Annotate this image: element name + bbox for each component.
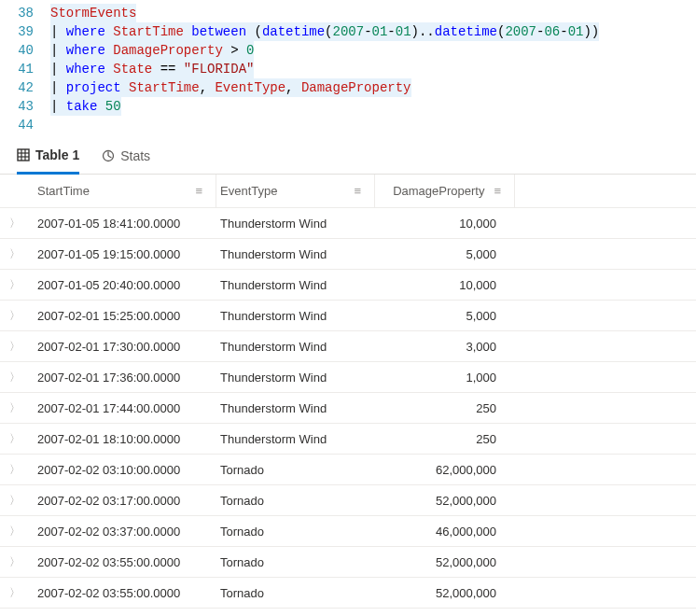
cell-starttime: 2007-01-05 18:41:00.0000 (30, 217, 216, 231)
table-row[interactable]: 〉2007-01-05 18:41:00.0000Thunderstorm Wi… (0, 208, 696, 239)
code-line[interactable]: 42| project StartTime, EventType, Damage… (0, 78, 696, 97)
cell-damageproperty: 250 (375, 401, 515, 415)
chevron-right-icon: 〉 (9, 277, 21, 293)
grid-header-row: StartTime ≡ EventType ≡ DamageProperty ≡ (0, 175, 696, 208)
expand-row-button[interactable]: 〉 (0, 277, 30, 293)
column-header-label: DamageProperty (393, 184, 484, 198)
expand-row-button[interactable]: 〉 (0, 400, 30, 416)
table-row[interactable]: 〉2007-01-05 19:15:00.0000Thunderstorm Wi… (0, 239, 696, 270)
cell-eventtype: Tornado (216, 525, 375, 539)
svg-rect-0 (18, 149, 29, 161)
cell-eventtype: Tornado (216, 463, 375, 477)
table-row[interactable]: 〉2007-02-01 15:25:00.0000Thunderstorm Wi… (0, 301, 696, 331)
tab-stats[interactable]: Stats (102, 147, 150, 174)
table-row[interactable]: 〉2007-02-01 17:30:00.0000Thunderstorm Wi… (0, 331, 696, 362)
cell-eventtype: Thunderstorm Wind (216, 217, 375, 231)
expand-row-button[interactable]: 〉 (0, 246, 30, 262)
expand-row-button[interactable]: 〉 (0, 585, 30, 601)
tab-stats-label: Stats (120, 148, 150, 163)
cell-eventtype: Thunderstorm Wind (216, 371, 375, 385)
code-content[interactable]: | take 50 (50, 97, 121, 116)
expand-row-button[interactable]: 〉 (0, 216, 30, 231)
column-menu-icon[interactable]: ≡ (494, 184, 501, 198)
code-content[interactable]: | project StartTime, EventType, DamagePr… (50, 78, 411, 97)
query-editor[interactable]: 38StormEvents39| where StartTime between… (0, 0, 696, 138)
code-line[interactable]: 38StormEvents (0, 4, 696, 22)
chevron-right-icon: 〉 (9, 216, 21, 231)
chevron-right-icon: 〉 (9, 308, 21, 324)
code-content[interactable]: StormEvents (50, 4, 136, 22)
code-line[interactable]: 40| where DamageProperty > 0 (0, 41, 696, 60)
line-number: 43 (0, 97, 50, 116)
tab-table-label: Table 1 (35, 147, 79, 162)
table-row[interactable]: 〉2007-02-02 03:37:00.0000Tornado46,000,0… (0, 516, 696, 547)
table-row[interactable]: 〉2007-01-05 20:40:00.0000Thunderstorm Wi… (0, 270, 696, 301)
column-menu-icon[interactable]: ≡ (195, 184, 202, 198)
cell-damageproperty: 52,000,000 (375, 586, 515, 600)
cell-eventtype: Thunderstorm Wind (216, 432, 375, 446)
chevron-right-icon: 〉 (9, 246, 21, 262)
code-line[interactable]: 39| where StartTime between (datetime(20… (0, 22, 696, 41)
table-row[interactable]: 〉2007-02-01 17:36:00.0000Thunderstorm Wi… (0, 362, 696, 393)
expand-row-button[interactable]: 〉 (0, 493, 30, 509)
cell-damageproperty: 1,000 (375, 371, 515, 385)
line-number: 42 (0, 78, 50, 97)
cell-starttime: 2007-02-01 17:36:00.0000 (30, 371, 216, 385)
table-row[interactable]: 〉2007-02-02 03:17:00.0000Tornado52,000,0… (0, 485, 696, 516)
expand-row-button[interactable]: 〉 (0, 524, 30, 539)
cell-starttime: 2007-02-01 18:10:00.0000 (30, 432, 216, 446)
table-row[interactable]: 〉2007-02-01 18:10:00.0000Thunderstorm Wi… (0, 424, 696, 455)
cell-starttime: 2007-02-02 03:55:00.0000 (30, 555, 216, 569)
cell-damageproperty: 10,000 (375, 278, 515, 292)
column-header-damageproperty[interactable]: DamageProperty ≡ (375, 175, 515, 207)
code-content[interactable]: | where StartTime between (datetime(2007… (50, 22, 599, 41)
cell-eventtype: Thunderstorm Wind (216, 278, 375, 292)
column-menu-icon[interactable]: ≡ (354, 184, 361, 198)
column-header-starttime[interactable]: StartTime ≡ (30, 175, 216, 207)
expand-row-button[interactable]: 〉 (0, 431, 30, 447)
code-content[interactable]: | where State == "FLORIDA" (50, 60, 254, 78)
chevron-right-icon: 〉 (9, 370, 21, 385)
cell-starttime: 2007-02-01 17:44:00.0000 (30, 401, 216, 415)
code-line[interactable]: 43| take 50 (0, 97, 696, 116)
chevron-right-icon: 〉 (9, 462, 21, 478)
cell-eventtype: Thunderstorm Wind (216, 340, 375, 354)
cell-starttime: 2007-01-05 19:15:00.0000 (30, 247, 216, 261)
chevron-right-icon: 〉 (9, 493, 21, 509)
expand-row-button[interactable]: 〉 (0, 339, 30, 355)
expand-row-button[interactable]: 〉 (0, 554, 30, 570)
cell-damageproperty: 52,000,000 (375, 555, 515, 569)
table-row[interactable]: 〉2007-02-02 03:10:00.0000Tornado62,000,0… (0, 455, 696, 485)
results-grid: StartTime ≡ EventType ≡ DamageProperty ≡… (0, 175, 696, 609)
expand-row-button[interactable]: 〉 (0, 462, 30, 478)
stats-icon (102, 149, 115, 162)
cell-damageproperty: 46,000,000 (375, 525, 515, 539)
cell-starttime: 2007-02-02 03:55:00.0000 (30, 586, 216, 600)
cell-starttime: 2007-01-05 20:40:00.0000 (30, 278, 216, 292)
table-row[interactable]: 〉2007-02-01 17:44:00.0000Thunderstorm Wi… (0, 393, 696, 424)
cell-damageproperty: 10,000 (375, 217, 515, 231)
expand-row-button[interactable]: 〉 (0, 308, 30, 324)
chevron-right-icon: 〉 (9, 585, 21, 601)
tab-table[interactable]: Table 1 (17, 147, 79, 175)
expand-row-button[interactable]: 〉 (0, 370, 30, 385)
column-header-label: EventType (220, 184, 277, 198)
column-header-eventtype[interactable]: EventType ≡ (216, 175, 375, 207)
cell-damageproperty: 5,000 (375, 309, 515, 323)
cell-damageproperty: 62,000,000 (375, 463, 515, 477)
chevron-right-icon: 〉 (9, 339, 21, 355)
code-line[interactable]: 41| where State == "FLORIDA" (0, 60, 696, 78)
table-row[interactable]: 〉2007-02-02 03:55:00.0000Tornado52,000,0… (0, 578, 696, 609)
cell-eventtype: Tornado (216, 586, 375, 600)
cell-damageproperty: 5,000 (375, 247, 515, 261)
chevron-right-icon: 〉 (9, 554, 21, 570)
cell-damageproperty: 250 (375, 432, 515, 446)
cell-eventtype: Thunderstorm Wind (216, 401, 375, 415)
cell-starttime: 2007-02-02 03:10:00.0000 (30, 463, 216, 477)
chevron-right-icon: 〉 (9, 524, 21, 539)
code-content[interactable]: | where DamageProperty > 0 (50, 41, 254, 60)
table-row[interactable]: 〉2007-02-02 03:55:00.0000Tornado52,000,0… (0, 547, 696, 578)
code-line[interactable]: 44 (0, 116, 696, 134)
cell-eventtype: Tornado (216, 555, 375, 569)
line-number: 41 (0, 60, 50, 78)
